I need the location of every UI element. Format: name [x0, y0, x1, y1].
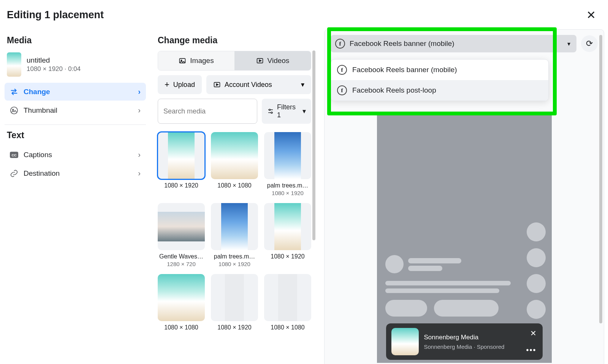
media-caption: 1080 × 1920	[158, 182, 205, 189]
media-grid-item[interactable]: 1080 × 1080	[158, 274, 205, 331]
sidebar-item-label: Change	[24, 88, 50, 96]
svg-point-0	[11, 107, 17, 113]
sidebar-item-change[interactable]: Change ›	[5, 83, 146, 101]
preview-action-placeholder	[527, 222, 546, 241]
media-thumbnail	[158, 203, 205, 250]
preview-banner: Sonnenberg Media Sonnenberg Media · Spon…	[386, 323, 543, 360]
preview-text-placeholder	[408, 258, 461, 263]
image-icon	[10, 106, 18, 115]
svg-point-1	[13, 109, 14, 110]
media-thumbnail	[264, 203, 311, 250]
media-grid-item[interactable]: 1080 × 1080	[264, 274, 311, 331]
tab-label: Videos	[268, 57, 290, 65]
text-section-heading: Text	[5, 130, 146, 145]
media-grid-item[interactable]: 1080 × 1920	[211, 274, 258, 331]
preview-panel: f Facebook Reels banner (mobile) ▾ ⟳ f F…	[315, 26, 608, 364]
banner-close-button[interactable]: ✕	[530, 329, 537, 338]
svg-text:CC: CC	[11, 153, 17, 157]
tab-videos[interactable]: Videos	[234, 51, 311, 70]
media-grid-item[interactable]: 1080 × 1920	[264, 203, 311, 267]
media-caption: 1080 × 1920	[264, 253, 311, 260]
svg-point-10	[269, 109, 271, 110]
media-thumbnail	[211, 203, 258, 250]
preview-text-placeholder	[408, 266, 442, 271]
media-caption: 1080 × 1080	[211, 182, 258, 189]
media-grid-item[interactable]: palm trees.m…1080 × 1920	[211, 203, 258, 267]
media-caption: 1080 × 1920	[211, 324, 258, 331]
media-type-segmented: Images Videos	[158, 51, 311, 71]
banner-title: Sonnenberg Media	[424, 334, 505, 341]
banner-subtitle: Sonnenberg Media · Sponsored	[424, 344, 505, 350]
svg-point-11	[271, 112, 272, 113]
plus-icon: +	[165, 80, 169, 90]
media-caption: Gentle Waves…	[158, 253, 205, 260]
refresh-button[interactable]: ⟳	[581, 35, 598, 52]
placement-dropdown[interactable]: f Facebook Reels banner (mobile) ▾	[331, 35, 576, 52]
media-panel: Change media Images Videos + Upload	[150, 26, 315, 364]
swap-icon	[10, 88, 18, 96]
selected-media-meta: untitled 1080 × 1920 · 0:04	[27, 56, 81, 73]
preview-action-placeholder	[527, 300, 546, 319]
chevron-right-icon: ›	[138, 169, 141, 178]
phone-preview: Sonnenberg Media Sonnenberg Media · Spon…	[377, 112, 552, 363]
sidebar: Media untitled 1080 × 1920 · 0:04 Change…	[0, 26, 150, 364]
account-videos-dropdown[interactable]: Account Videos ▾	[206, 75, 311, 94]
selected-media-thumbnail	[7, 52, 21, 77]
media-thumbnail	[158, 274, 205, 321]
sidebar-item-label: Captions	[24, 151, 52, 159]
preview-action-placeholder	[527, 248, 546, 267]
media-dimensions: 1080 × 1920	[211, 261, 258, 267]
preview-text-placeholder	[385, 288, 499, 293]
media-grid: 1080 × 19201080 × 1080palm trees.m…1080 …	[158, 132, 311, 331]
media-grid-item[interactable]: Gentle Waves…1280 × 720	[158, 203, 205, 267]
page-title: Editing 1 placement	[7, 9, 104, 21]
caret-down-icon: ▾	[302, 107, 306, 115]
preview-button-placeholder	[385, 300, 427, 317]
banner-more-button[interactable]: •••	[526, 346, 536, 355]
tab-label: Images	[190, 57, 214, 65]
placement-option-postloop[interactable]: f Facebook Reels post-loop	[331, 80, 548, 101]
divider	[5, 124, 146, 125]
selected-media-row[interactable]: untitled 1080 × 1920 · 0:04	[5, 50, 146, 82]
placement-option-banner[interactable]: f Facebook Reels banner (mobile)	[331, 60, 548, 80]
filters-button[interactable]: Filters 1 ▾	[262, 99, 311, 124]
placement-selected-label: Facebook Reels banner (mobile)	[350, 39, 454, 48]
selected-media-name: untitled	[27, 56, 81, 65]
placement-option-label: Facebook Reels banner (mobile)	[352, 66, 457, 74]
tab-images[interactable]: Images	[158, 51, 234, 70]
preview-button-placeholder	[434, 300, 499, 317]
chevron-right-icon: ›	[138, 87, 141, 96]
upload-button[interactable]: + Upload	[158, 75, 202, 94]
media-thumbnail	[264, 132, 311, 179]
chevron-right-icon: ›	[138, 150, 141, 159]
images-icon	[179, 57, 186, 65]
media-grid-item[interactable]: palm trees.m…1080 × 1920	[264, 132, 311, 196]
search-media-input[interactable]	[158, 99, 257, 124]
scrollbar[interactable]	[599, 35, 602, 323]
sidebar-item-destination[interactable]: Destination ›	[5, 164, 146, 182]
video-play-icon	[213, 81, 221, 88]
upload-label: Upload	[173, 81, 195, 89]
preview-action-placeholder	[527, 274, 546, 293]
sidebar-item-captions[interactable]: CC Captions ›	[5, 146, 146, 164]
media-thumbnail	[211, 274, 258, 321]
sliders-icon	[267, 108, 274, 115]
media-grid-item[interactable]: 1080 × 1920	[158, 132, 205, 196]
close-icon: ✕	[530, 329, 537, 337]
sidebar-item-thumbnail[interactable]: Thumbnail ›	[5, 101, 146, 119]
facebook-icon: f	[337, 65, 347, 75]
media-grid-item[interactable]: 1080 × 1080	[211, 132, 258, 196]
link-icon	[10, 169, 18, 178]
media-thumbnail	[158, 132, 205, 179]
filters-label: Filters 1	[277, 103, 299, 119]
media-caption: 1080 × 1080	[158, 324, 205, 331]
media-caption: 1080 × 1080	[264, 324, 311, 331]
facebook-icon: f	[337, 85, 347, 95]
account-videos-label: Account Videos	[225, 81, 272, 89]
selected-media-dimensions: 1080 × 1920 · 0:04	[27, 65, 81, 73]
close-button[interactable]: ✕	[583, 7, 600, 23]
dialog-header: Editing 1 placement ✕	[0, 0, 608, 26]
media-thumbnail	[264, 274, 311, 321]
media-caption: palm trees.m…	[211, 253, 258, 260]
facebook-icon: f	[335, 39, 345, 49]
